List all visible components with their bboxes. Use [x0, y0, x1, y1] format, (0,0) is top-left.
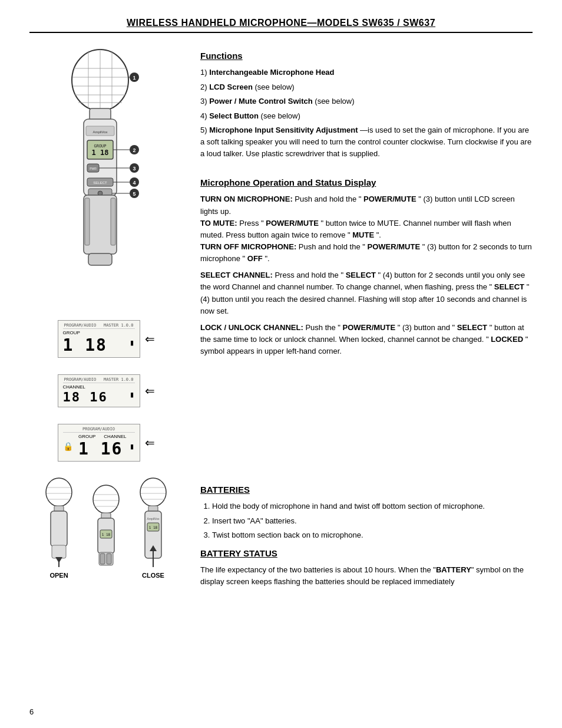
lcd3-left: GROUP CHANNEL 1 16 — [78, 434, 127, 459]
arrow-icon-2: ⇐ — [145, 384, 155, 398]
svg-text:PWR: PWR — [90, 167, 97, 170]
lcd2-label: CHANNEL — [63, 384, 108, 390]
mic-open-svg — [40, 476, 78, 570]
func1-bold: Interchangeable Microphone Head — [209, 68, 334, 77]
svg-text:2: 2 — [133, 147, 135, 153]
lcd-display-group: PROGRAM/AUDIO MASTER 1.0.0 GROUP 1 18 ▮ … — [58, 318, 155, 360]
lcd-box-2: PROGRAM/AUDIO MASTER 1.0.0 CHANNEL 18 16… — [58, 374, 140, 407]
lcd1-label: GROUP — [63, 330, 107, 335]
battery-status-text: The life expectancy of the two batteries… — [200, 564, 533, 588]
battery-bold: BATTERY — [436, 565, 471, 574]
lcd2-content-row: CHANNEL 18 16 ▮ — [63, 384, 135, 404]
function-item-3: 3) Power / Mute Control Switch (see belo… — [200, 95, 533, 107]
to-mute-text3: ". — [376, 230, 381, 239]
select-ref3: SELECT — [457, 323, 487, 332]
lcd2-top-bar: PROGRAM/AUDIO MASTER 1.0.0 — [63, 377, 135, 383]
svg-rect-40 — [88, 253, 112, 265]
lcd1-content-row: GROUP 1 18 ▮ — [63, 330, 135, 355]
lcd1-left: GROUP 1 18 — [63, 330, 107, 355]
lock-unlock-para: LOCK / UNLOCK CHANNEL: Push the " POWER/… — [200, 322, 533, 357]
select-channel-para: SELECT CHANNEL: Press and hold the " SEL… — [200, 269, 533, 317]
svg-text:AmpliVox: AmpliVox — [92, 130, 107, 134]
func3-bold: Power / Mute Control Switch — [209, 97, 313, 106]
lock-unlock-label: LOCK / UNLOCK CHANNEL: — [200, 323, 303, 332]
turn-on-label: TURN ON MICROPHONE: — [200, 195, 293, 203]
func5-bold: Microphone Input Sensitivity Adjustment — [209, 126, 358, 134]
main-content: AmpliVox GROUP 1 18 PWR 2 3 1 — [29, 45, 533, 464]
power-mute-ref1: POWER/MUTE — [363, 195, 416, 203]
svg-text:1 18: 1 18 — [148, 525, 157, 529]
mic-open-label: OPEN — [40, 572, 78, 579]
func3-rest: (see below) — [315, 97, 354, 106]
left-column: AmpliVox GROUP 1 18 PWR 2 3 1 — [29, 45, 183, 464]
func1-num: 1) — [200, 68, 209, 77]
mute-ref: MUTE — [352, 230, 374, 239]
mic-diagram: AmpliVox GROUP 1 18 PWR 2 3 1 — [41, 45, 171, 306]
lcd-display-lock: PROGRAM/AUDIO 🔒 GROUP CHANNEL 1 16 ▮ ⇐ — [58, 421, 155, 464]
mic-main-svg: AmpliVox GROUP 1 18 PWR 2 3 1 — [41, 45, 159, 304]
battery-item-3: Twist bottom section back on to micropho… — [212, 529, 533, 541]
function-item-4: 4) Select Button (see below) — [200, 110, 533, 122]
off-ref: OFF — [247, 254, 263, 263]
func4-rest: (see below) — [261, 111, 300, 120]
lcd-display-channel: PROGRAM/AUDIO MASTER 1.0.0 CHANNEL 18 16… — [58, 372, 155, 410]
lcd1-battery-icon: ▮ — [130, 338, 134, 347]
svg-text:4: 4 — [133, 180, 135, 186]
svg-rect-47 — [52, 545, 66, 558]
mic-close-svg: AmpliVox 1 18 — [134, 476, 173, 570]
svg-text:GROUP: GROUP — [94, 144, 106, 149]
batteries-title: BATTERIES — [200, 485, 533, 495]
svg-text:3: 3 — [133, 166, 135, 172]
turn-off-text: Push and hold the " — [299, 242, 365, 251]
turn-off-label: TURN OFF MICROPHONE: — [200, 242, 296, 251]
func3-num: 3) — [200, 97, 209, 106]
locked-ref: LOCKED — [491, 335, 523, 344]
bottom-section: OPEN AmpliVox 1 1 — [29, 476, 533, 592]
svg-text:1 18: 1 18 — [101, 532, 110, 536]
lcd-box-1: PROGRAM/AUDIO MASTER 1.0.0 GROUP 1 18 ▮ — [58, 320, 140, 358]
lcd3-channel-label: CHANNEL — [104, 434, 126, 439]
bottom-right: BATTERIES Hold the body of microphone in… — [200, 476, 533, 592]
functions-list: 1) Interchangeable Microphone Head 2) LC… — [200, 67, 533, 160]
batteries-list: Hold the body of microphone in hand and … — [212, 500, 533, 541]
mic-battery-row: OPEN AmpliVox 1 1 — [40, 476, 173, 579]
mic-middle-container: AmpliVox 1 18 — [87, 483, 125, 579]
svg-point-41 — [46, 478, 72, 506]
svg-rect-39 — [111, 198, 115, 245]
battery-item-2: Insert two "AA" batteries. — [212, 515, 533, 527]
lcd2-battery-icon: ▮ — [130, 390, 134, 399]
func4-bold: Select Button — [209, 111, 259, 120]
lock-text2: " (3) button and " — [398, 323, 455, 332]
lcd3-group-label: GROUP — [78, 434, 95, 439]
batteries-section: BATTERIES Hold the body of microphone in… — [200, 485, 533, 541]
svg-rect-60 — [100, 554, 105, 564]
arrow-icon-1: ⇐ — [145, 332, 155, 346]
select-ch-label: SELECT CHANNEL: — [200, 271, 273, 279]
svg-point-50 — [93, 485, 119, 513]
lcd3-lock-icon: 🔒 — [63, 442, 73, 451]
svg-rect-61 — [107, 554, 111, 564]
to-mute-text: Press " — [239, 219, 263, 228]
mic-close-container: AmpliVox 1 18 CLOSE — [134, 476, 173, 579]
mic-close-label: CLOSE — [134, 572, 173, 579]
turn-off-text3: ". — [265, 254, 269, 263]
svg-text:1: 1 — [133, 75, 135, 81]
lcd1-number: 1 18 — [63, 335, 107, 355]
svg-rect-46 — [51, 511, 67, 546]
lcd3-battery-icon: ▮ — [130, 442, 134, 451]
function-item-2: 2) LCD Screen (see below) — [200, 81, 533, 93]
func2-num: 2) — [200, 83, 209, 91]
svg-text:1 18: 1 18 — [92, 149, 109, 157]
select-ch-text: Press and hold the " — [275, 271, 343, 279]
select-ref1: SELECT — [346, 271, 376, 279]
select-ref2: SELECT — [494, 282, 524, 291]
battery-status-title: BATTERY STATUS — [200, 548, 533, 558]
to-mute-label: TO MUTE: — [200, 219, 237, 228]
lcd3-top-bar: PROGRAM/AUDIO — [63, 427, 135, 433]
arrow-icon-3: ⇐ — [145, 436, 155, 450]
svg-point-62 — [140, 478, 166, 506]
mic-op-title: Microphone Operation and Status Display — [200, 177, 533, 187]
page-number: 6 — [29, 707, 34, 716]
lcd3-number: 1 16 — [78, 439, 127, 459]
func2-bold: LCD Screen — [209, 83, 253, 91]
